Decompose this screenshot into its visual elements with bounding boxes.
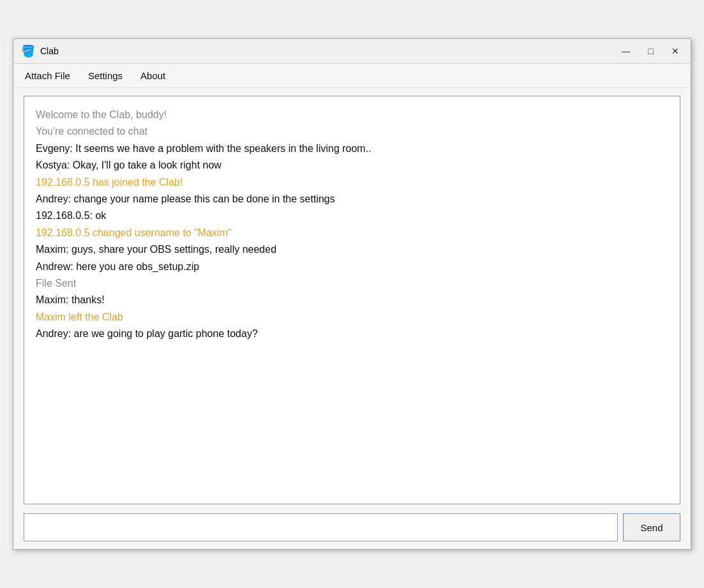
menu-bar: Attach File Settings About [13,64,691,88]
menu-attach-file[interactable]: Attach File [21,68,74,84]
app-window: 🪣 Clab — □ ✕ Attach File Settings About … [13,38,691,550]
chat-display: Welcome to the Clab, buddy! You're conne… [24,96,680,504]
chat-message: Maxim: thanks! [36,292,668,308]
chat-message: Maxim: guys, share your OBS settings, re… [36,241,668,258]
maximize-button[interactable]: □ [645,45,657,57]
input-row: Send [24,513,680,541]
window-controls: — □ ✕ [618,45,683,57]
title-bar: 🪣 Clab — □ ✕ [13,39,691,64]
message-input[interactable] [24,513,618,541]
chat-message: 192.168.0.5 changed username to "Maxim" [36,225,668,241]
minimize-button[interactable]: — [618,45,634,57]
chat-message: Kostya: Okay, I'll go take a look right … [36,157,668,174]
chat-message: Andrey: are we going to play gartic phon… [36,326,668,342]
menu-settings[interactable]: Settings [84,68,126,84]
app-icon: 🪣 [21,44,35,58]
chat-message: Welcome to the Clab, buddy! [36,107,668,123]
chat-message: File Sent [36,275,668,292]
chat-message: Maxim left the Clab [36,309,668,326]
close-button[interactable]: ✕ [668,45,683,57]
chat-message: Andrew: here you are obs_setup.zip [36,259,668,275]
chat-message: You're connected to chat [36,123,668,140]
chat-message: 192.168.0.5 has joined the Clab! [36,174,668,191]
window-title: Clab [40,46,618,56]
chat-message: 192.168.0.5: ok [36,207,668,224]
main-content: Welcome to the Clab, buddy! You're conne… [13,88,691,549]
send-button[interactable]: Send [623,513,680,541]
chat-message: Evgeny: It seems we have a problem with … [36,140,668,157]
chat-message: Andrey: change your name please this can… [36,191,668,207]
menu-about[interactable]: About [137,68,169,84]
